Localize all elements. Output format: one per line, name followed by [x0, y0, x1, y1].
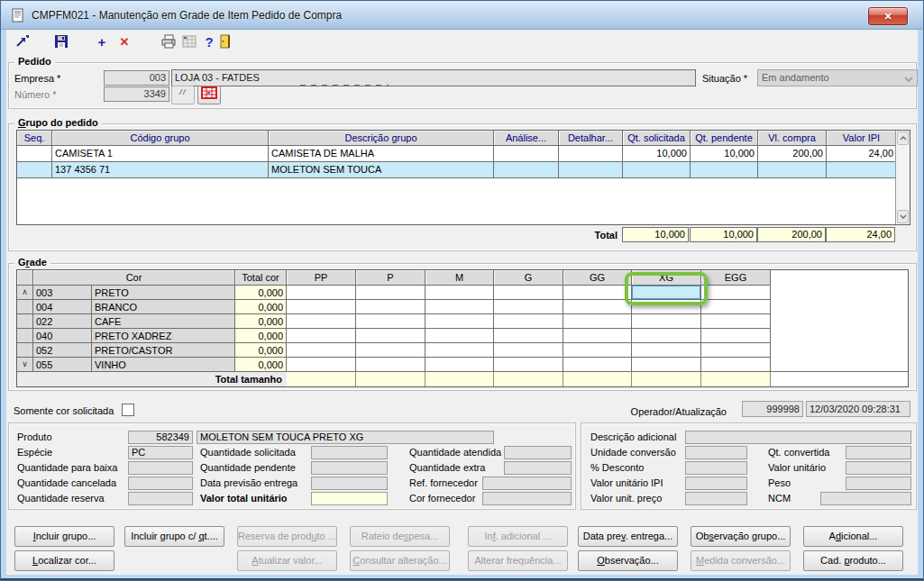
- cell-size-xg[interactable]: [632, 314, 701, 329]
- cell-color-name[interactable]: BRANCO: [92, 300, 235, 314]
- cell-qt-solicitada[interactable]: [623, 162, 691, 178]
- rateio-despesa-button[interactable]: Rateio despesa...: [350, 526, 450, 547]
- cell-qt-pendente[interactable]: 10,000: [691, 146, 758, 162]
- alterar-frequencia-button[interactable]: Alterar frequência...: [468, 550, 568, 571]
- cell-color-code[interactable]: 004: [33, 300, 92, 314]
- ref-fornecedor-field[interactable]: [482, 477, 572, 490]
- localizar-cor-button[interactable]: Localizar cor...: [14, 550, 114, 571]
- cell-size-egg[interactable]: [701, 358, 771, 372]
- cell-size-m[interactable]: [425, 329, 494, 343]
- cell-size-pp[interactable]: [287, 286, 356, 300]
- col-header-detalhar[interactable]: Detalhar...: [559, 131, 623, 146]
- peso-field[interactable]: [846, 477, 911, 490]
- situacao-combobox[interactable]: Em andamento: [757, 69, 918, 86]
- numero-field[interactable]: 3349: [104, 86, 169, 102]
- confirm-icon[interactable]: [13, 33, 31, 51]
- col-header-cor[interactable]: Cor: [33, 270, 235, 286]
- qtd-pendente-field[interactable]: [311, 461, 388, 475]
- qtd-cancelada-field[interactable]: [128, 477, 193, 490]
- scroll-up-button[interactable]: [897, 132, 909, 145]
- cell-size-p[interactable]: [356, 329, 425, 343]
- col-header-xg[interactable]: XG: [632, 270, 701, 286]
- cell-color-code[interactable]: 055: [33, 358, 92, 372]
- cell-seq[interactable]: [17, 162, 52, 178]
- grid-icon[interactable]: [180, 33, 198, 51]
- col-header-egg[interactable]: EGG: [701, 270, 771, 286]
- cell-size-g[interactable]: [494, 286, 563, 300]
- valor-unitario-field[interactable]: [846, 461, 911, 475]
- cell-color-code[interactable]: 003: [33, 286, 92, 300]
- produto-descricao-field[interactable]: MOLETON SEM TOUCA PRETO XG: [197, 431, 494, 444]
- reserva-produto-button[interactable]: Reserva de produto ...: [237, 526, 337, 547]
- cell-size-g[interactable]: [494, 358, 563, 372]
- valor-unit-preco-field[interactable]: [685, 492, 747, 505]
- cell-vl-compra[interactable]: [758, 162, 827, 178]
- cell-size-g[interactable]: [494, 329, 563, 343]
- delete-icon[interactable]: ✕: [115, 33, 133, 51]
- cell-color-name[interactable]: PRETO: [92, 286, 235, 300]
- cell-qt-pendente[interactable]: [691, 162, 758, 178]
- col-header-codigo[interactable]: Código grupo: [52, 131, 269, 146]
- data-prev-entrega-button[interactable]: Data prev. entrega...: [578, 526, 678, 547]
- cell-detalhar[interactable]: [559, 146, 623, 162]
- cell-size-p[interactable]: [356, 358, 425, 372]
- cell-size-pp[interactable]: [287, 358, 356, 372]
- cell-size-gg[interactable]: [563, 300, 632, 314]
- medida-conversao-button[interactable]: Medida conversão...: [691, 550, 791, 571]
- cell-size-m[interactable]: [425, 358, 494, 372]
- cell-valor-ipi[interactable]: [827, 162, 896, 178]
- cell-size-gg[interactable]: [563, 314, 632, 329]
- cell-descricao[interactable]: MOLETON SEM TOUCA: [269, 162, 494, 178]
- qtd-extra-field[interactable]: [504, 461, 572, 475]
- cell-size-p[interactable]: [356, 300, 425, 314]
- observacao-button[interactable]: Observação...: [578, 550, 678, 571]
- cell-size-g[interactable]: [494, 300, 563, 314]
- cor-fornecedor-field[interactable]: [482, 492, 572, 505]
- cell-size-xg[interactable]: [632, 300, 701, 314]
- cell-size-p[interactable]: [356, 314, 425, 329]
- grupo-row-1[interactable]: CAMISETA 1 CAMISETA DE MALHA 10,000 10,0…: [17, 146, 897, 162]
- cell-detalhar[interactable]: [559, 162, 623, 178]
- grade-row-022[interactable]: 022 CAFE 0,000: [17, 314, 908, 329]
- valor-unitario-ipi-field[interactable]: [685, 477, 747, 490]
- cell-color-name[interactable]: CAFE: [92, 314, 235, 329]
- col-header-qt-pendente[interactable]: Qt. pendente: [691, 131, 758, 146]
- cell-size-egg[interactable]: [701, 314, 771, 329]
- cell-size-gg[interactable]: [563, 329, 632, 343]
- close-button[interactable]: ✕: [868, 7, 908, 25]
- col-header-seq[interactable]: Seq.: [17, 131, 52, 146]
- cad-produto-button[interactable]: Cad. produto...: [803, 550, 903, 571]
- col-header-gg[interactable]: GG: [563, 270, 632, 286]
- adicional-button[interactable]: Adicional...: [803, 526, 903, 547]
- cell-descricao[interactable]: CAMISETA DE MALHA: [269, 146, 494, 162]
- cell-color-code[interactable]: 052: [33, 343, 92, 358]
- cell-size-pp[interactable]: [287, 343, 356, 358]
- observacao-grupo-button[interactable]: Observação grupo...: [691, 526, 791, 547]
- cell-size-p[interactable]: [356, 286, 425, 300]
- col-header-m[interactable]: M: [425, 270, 494, 286]
- cell-analise[interactable]: [494, 162, 559, 178]
- cell-codigo[interactable]: CAMISETA 1: [52, 146, 269, 162]
- ncm-field[interactable]: [820, 492, 911, 505]
- col-header-valor-ipi[interactable]: Valor IPI: [827, 131, 896, 146]
- cell-size-egg[interactable]: [701, 329, 771, 343]
- data-previsao-field[interactable]: [311, 477, 388, 490]
- grupo-row-2-selected[interactable]: 137 4356 71 MOLETON SEM TOUCA: [17, 162, 897, 178]
- cell-vl-compra[interactable]: 200,00: [758, 146, 827, 162]
- print-icon[interactable]: [160, 33, 178, 51]
- grade-lookup-button[interactable]: [197, 86, 221, 104]
- qtd-baixa-field[interactable]: [128, 461, 193, 475]
- desconto-field[interactable]: [685, 461, 747, 475]
- qtd-reserva-field[interactable]: [128, 492, 193, 505]
- cell-size-xg[interactable]: [632, 329, 701, 343]
- incluir-grupo-qt-button[interactable]: Incluir grupo c/ qt....: [124, 526, 224, 547]
- qtd-solicitada-field[interactable]: [311, 446, 388, 459]
- cell-size-pp[interactable]: [287, 314, 356, 329]
- col-header-vl-compra[interactable]: Vl. compra: [758, 131, 827, 146]
- grade-row-004[interactable]: 004 BRANCO 0,000: [17, 300, 908, 314]
- cell-size-pp[interactable]: [287, 300, 356, 314]
- cell-analise[interactable]: [494, 146, 559, 162]
- save-icon[interactable]: [52, 33, 70, 51]
- cell-size-g[interactable]: [494, 314, 563, 329]
- cell-size-m[interactable]: [425, 314, 494, 329]
